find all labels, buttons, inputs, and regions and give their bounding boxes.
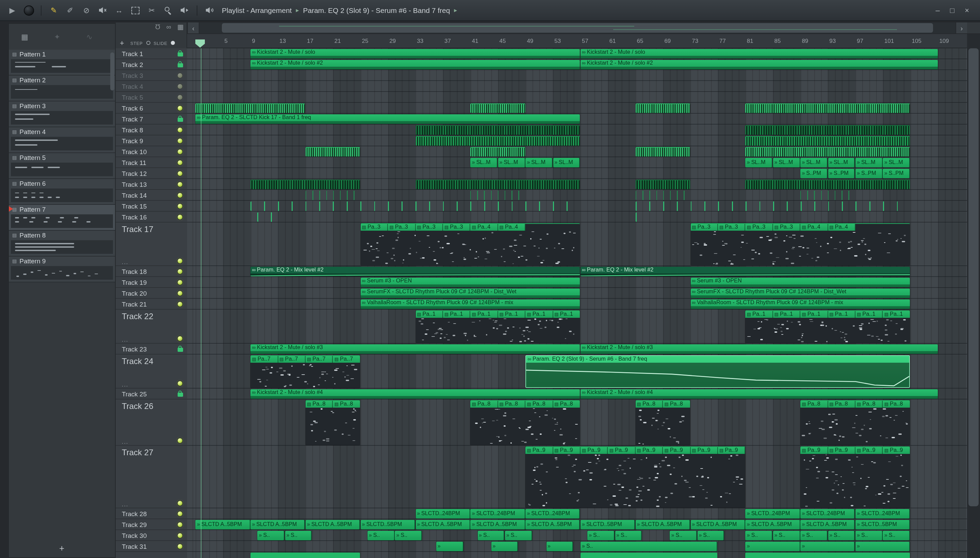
track-enable-led[interactable] xyxy=(177,381,182,386)
track-enable-led[interactable] xyxy=(177,127,182,132)
audio-clip[interactable] xyxy=(258,212,285,222)
marker-clip[interactable]: »SLCTD A..5BPM xyxy=(250,520,305,529)
marker-clip[interactable]: »SLCTD A..5BPM xyxy=(471,520,525,529)
slide-toggle[interactable] xyxy=(171,41,175,45)
audio-clip[interactable] xyxy=(305,190,360,200)
pattern-clip[interactable]: ▤Pa..1▤Pa..1▤Pa..1▤Pa..1▤Pa..1▤Pa..1 xyxy=(745,310,910,343)
add-track-button[interactable]: + xyxy=(120,39,124,47)
zoom-tool-icon[interactable] xyxy=(161,3,175,17)
track-lock-icon[interactable] xyxy=(177,345,183,352)
marker-clip[interactable]: »SL..M xyxy=(828,158,855,167)
track-header[interactable]: Track 10 xyxy=(116,146,187,157)
step-toggle[interactable] xyxy=(146,41,150,45)
track-enable-led[interactable] xyxy=(177,533,182,538)
draw-tool-icon[interactable]: ✎ xyxy=(47,3,61,17)
slice-tool-icon[interactable]: ✂ xyxy=(145,3,159,17)
pattern-item[interactable]: ▤Pattern 4 xyxy=(9,127,115,153)
automation-clip[interactable]: ∞Param. EQ 2 - SLCTD Kick 17 - Band 1 fr… xyxy=(196,114,580,124)
marker-clip[interactable]: »SL..M xyxy=(498,158,525,167)
pattern-item[interactable]: ▤Pattern 3 xyxy=(9,102,115,127)
audio-clip[interactable] xyxy=(415,125,580,135)
snap-magnet-icon[interactable]: Ω xyxy=(155,23,160,31)
track-lock-icon[interactable] xyxy=(177,390,183,397)
automation-clip[interactable]: ∞SerumFX - SLCTD Rhythm Pluck 09 C# 124B… xyxy=(361,288,580,298)
marker-clip[interactable]: »SLCTD..5BPM xyxy=(581,520,635,529)
track-header[interactable]: Track 9 xyxy=(116,135,187,146)
marker-clip[interactable]: » xyxy=(491,541,518,551)
audio-clip[interactable] xyxy=(471,190,525,200)
pattern-item[interactable]: ▤Pattern 1 xyxy=(9,50,115,75)
automation-clip[interactable]: ∞ValhallaRoom - SLCTD Rhythm Pluck 09 C#… xyxy=(361,299,580,309)
audio-clip[interactable] xyxy=(745,103,910,113)
marker-clip[interactable]: »S.. xyxy=(615,530,642,540)
track-enable-led[interactable] xyxy=(177,544,182,548)
audio-clip[interactable] xyxy=(196,103,305,113)
marker-clip[interactable]: »S.. xyxy=(258,530,285,540)
automation-clip[interactable]: ∞SerumFX - SLCTD Rhythm Pluck 09 C# 124B… xyxy=(690,288,910,298)
marker-clip[interactable]: »SLCTD A..5BPM xyxy=(196,520,250,529)
marker-clip[interactable]: »S..PM xyxy=(828,168,855,178)
track-enable-led[interactable] xyxy=(177,84,182,89)
marker-clip[interactable]: »SLCTD A..5BPM xyxy=(635,520,690,529)
pattern-clip[interactable]: ▤Pa..8▤Pa..8▤Pa..8▤Pa..8 xyxy=(800,400,910,445)
marker-clip[interactable]: »S.. xyxy=(855,530,883,540)
breadcrumb-playlist[interactable]: Playlist - Arrangement xyxy=(222,6,292,14)
marker-clip[interactable]: »S..PM xyxy=(855,168,883,178)
marker-clip[interactable]: » xyxy=(855,541,910,551)
timeline-ruler[interactable]: 5913172125293337414549535761656973778185… xyxy=(187,34,967,48)
picker-grid-icon[interactable]: ▦ xyxy=(21,32,28,41)
marker-clip[interactable]: »SLCTD A..5BPM xyxy=(525,520,580,529)
track-enable-led[interactable] xyxy=(177,522,182,527)
track-enable-led[interactable] xyxy=(177,138,182,143)
automation-clip[interactable]: ∞Param. EQ 2 - Mix level #2 xyxy=(250,266,580,276)
maximize-button[interactable]: □ xyxy=(950,6,954,14)
close-button[interactable]: × xyxy=(965,6,969,14)
slide-link-icon[interactable]: ∞ xyxy=(166,23,171,31)
star-icon[interactable]: ✦ xyxy=(54,32,60,41)
track-enable-led[interactable] xyxy=(177,192,182,197)
marker-clip[interactable]: »S.. xyxy=(670,530,697,540)
marker-clip[interactable]: »SLCTD A..5BPM xyxy=(745,520,800,529)
audio-clip[interactable] xyxy=(745,179,910,189)
add-pattern-button[interactable]: + xyxy=(59,543,64,553)
track-header[interactable]: Track 6 xyxy=(116,103,187,114)
preview-speaker-icon[interactable] xyxy=(203,3,217,17)
marker-clip[interactable]: »S.. xyxy=(581,541,717,551)
pattern-clip[interactable] xyxy=(250,552,360,558)
pattern-clip[interactable] xyxy=(581,552,717,558)
automation-clip[interactable]: ∞Kickstart 2 - Mute / solo #3 xyxy=(250,344,580,354)
audio-clip[interactable] xyxy=(305,147,360,156)
minimize-button[interactable]: – xyxy=(936,6,940,14)
marker-clip[interactable]: »SLCTD..24BPM xyxy=(471,509,525,519)
marker-clip[interactable]: »SL..M xyxy=(471,158,498,167)
automation-clip[interactable]: ∞Kickstart 2 - Mute / solo #4 xyxy=(581,389,937,399)
track-enable-led[interactable] xyxy=(177,511,182,516)
pattern-item[interactable]: ▤Pattern 9 xyxy=(9,256,115,282)
pattern-item[interactable]: ▤Pattern 5 xyxy=(9,153,115,179)
marker-clip[interactable]: » xyxy=(800,541,855,551)
marker-clip[interactable]: »S.. xyxy=(697,530,724,540)
track-header[interactable]: Track 8 xyxy=(116,125,187,135)
pattern-clip[interactable]: ▤Pa..8▤Pa..8 xyxy=(635,400,690,445)
track-enable-led[interactable] xyxy=(177,149,182,154)
marker-clip[interactable]: » xyxy=(546,541,573,551)
paint-tool-icon[interactable]: ✐ xyxy=(63,3,77,17)
audio-clip[interactable] xyxy=(250,179,360,189)
track-enable-led[interactable] xyxy=(177,95,182,99)
pattern-clip[interactable]: ▤Pa..9▤Pa..9▤Pa..9▤Pa..9▤Pa..9▤Pa..9▤Pa.… xyxy=(525,446,745,508)
track-header[interactable]: Track 16 xyxy=(116,212,187,223)
marker-clip[interactable]: »S.. xyxy=(745,530,773,540)
pattern-clip[interactable]: ▤Pa..8▤Pa..8▤Pa..8▤Pa..8 xyxy=(471,400,580,445)
marker-clip[interactable]: »SL..M xyxy=(745,158,773,167)
marker-clip[interactable]: »SL..M xyxy=(773,158,800,167)
track-enable-led[interactable] xyxy=(177,171,182,176)
marker-clip[interactable]: »S.. xyxy=(395,530,422,540)
playback-tool-icon[interactable] xyxy=(177,3,191,17)
marker-clip[interactable]: »SLCTD..24BPM xyxy=(525,509,580,519)
wave-icon[interactable]: ∿ xyxy=(86,32,92,41)
audio-clip[interactable] xyxy=(635,103,690,113)
automation-clip[interactable]: ∞Kickstart 2 - Mute / solo xyxy=(581,49,937,59)
marker-clip[interactable]: »SL..M xyxy=(883,158,910,167)
playlist-grid[interactable]: ∞Kickstart 2 - Mute / solo∞Kickstart 2 -… xyxy=(187,48,967,558)
audio-clip[interactable] xyxy=(415,136,580,146)
